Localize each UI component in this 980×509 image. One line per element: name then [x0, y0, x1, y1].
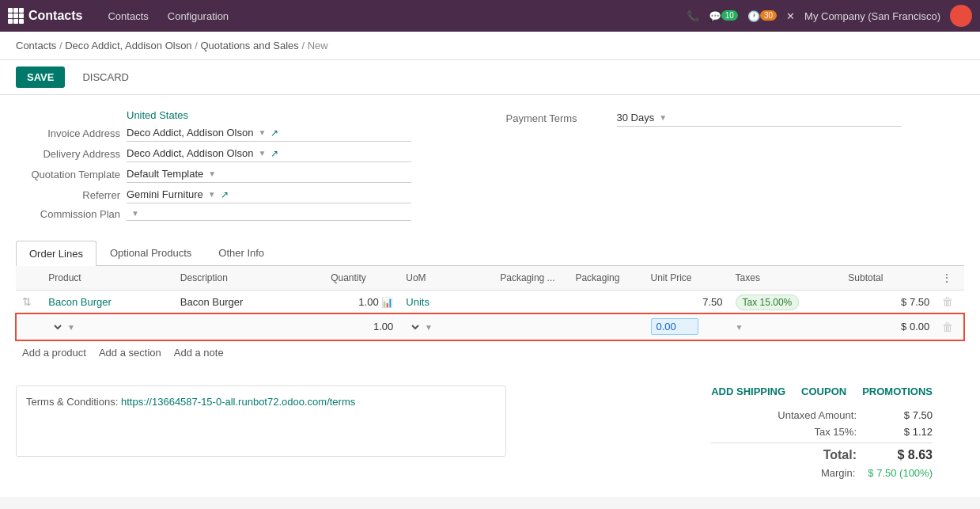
coupon-link[interactable]: COUPON	[801, 386, 846, 397]
row1-product[interactable]: Bacon Burger	[42, 291, 174, 313]
delivery-address-label: Delivery Address	[16, 148, 127, 160]
terms-link[interactable]: https://13664587-15-0-all.runbot72.odoo.…	[121, 396, 355, 408]
tab-optional-products[interactable]: Optional Products	[96, 240, 205, 265]
row2-handle	[16, 313, 42, 340]
delivery-address-external-link[interactable]: ↗	[271, 148, 278, 159]
row1-packaging2[interactable]	[569, 291, 644, 313]
delivery-address-row: Delivery Address Deco Addict, Addison Ol…	[16, 145, 475, 162]
row2-packaging1[interactable]	[494, 313, 569, 340]
promotions-link[interactable]: PROMOTIONS	[862, 386, 933, 397]
col-packaging2-header: Packaging	[569, 266, 644, 291]
col-subtotal-header: Subtotal	[842, 266, 936, 291]
row2-uom[interactable]: ▼	[399, 313, 494, 340]
row2-packaging2[interactable]	[569, 313, 644, 340]
row1-quantity[interactable]: 1.00 📊	[324, 291, 399, 313]
discard-button[interactable]: DISCARD	[71, 66, 140, 88]
user-avatar[interactable]	[950, 5, 972, 27]
referrer-row: Referrer Gemini Furniture ▼ ↗	[16, 186, 475, 203]
tab-order-lines[interactable]: Order Lines	[16, 241, 96, 266]
row1-subtotal: $ 7.50	[842, 291, 936, 313]
delivery-address-field[interactable]: Deco Addict, Addison Olson ▼ ↗	[127, 145, 411, 162]
row2-unit-price-input[interactable]: 0.00	[651, 318, 698, 335]
tabs: Order Lines Optional Products Other Info	[16, 240, 964, 265]
total-value: $ 8.63	[869, 448, 933, 462]
quotation-template-label: Quotation Template	[16, 169, 127, 180]
app-logo[interactable]: Contacts	[8, 8, 82, 24]
invoice-address-external-link[interactable]: ↗	[271, 127, 278, 139]
untaxed-amount-row: Untaxed Amount: $ 7.50	[711, 407, 933, 424]
referrer-dropdown-arrow: ▼	[208, 190, 216, 199]
delivery-address-dropdown-arrow: ▼	[258, 149, 266, 158]
commission-plan-field[interactable]: ▼	[127, 207, 411, 221]
invoice-address-dropdown-arrow: ▼	[258, 128, 266, 137]
quotation-template-field[interactable]: Default Template ▼	[127, 165, 411, 183]
row2-product[interactable]: ▼	[42, 313, 174, 340]
row1-description[interactable]: Bacon Burger	[174, 291, 324, 313]
terms-box[interactable]: Terms & Conditions: https://13664587-15-…	[16, 386, 506, 457]
invoice-address-row: Invoice Address Deco Addict, Addison Ols…	[16, 124, 475, 142]
chat-icon[interactable]: 💬10	[709, 10, 738, 22]
action-bar: SAVE DISCARD	[0, 60, 980, 95]
add-product-link[interactable]: Add a product	[22, 347, 86, 359]
add-note-link[interactable]: Add a note	[174, 347, 224, 359]
row2-quantity[interactable]: 1.00	[324, 313, 399, 340]
add-shipping-link[interactable]: ADD SHIPPING	[711, 386, 785, 397]
top-menu: Contacts Configuration	[101, 7, 235, 25]
untaxed-amount-value: $ 7.50	[869, 409, 933, 421]
row1-delete[interactable]: 🗑	[936, 291, 964, 313]
tabs-container: Order Lines Optional Products Other Info	[16, 240, 964, 266]
referrer-field[interactable]: Gemini Furniture ▼ ↗	[127, 186, 411, 203]
quotation-template-row: Quotation Template Default Template ▼	[16, 165, 475, 183]
row2-unit-price[interactable]: 0.00	[645, 313, 729, 340]
row2-tax[interactable]: ▼	[729, 313, 842, 340]
row1-tax[interactable]: Tax 15.00%	[729, 291, 842, 313]
row2-description[interactable]	[174, 313, 324, 340]
row2-uom-arrow: ▼	[425, 323, 433, 332]
referrer-external-link[interactable]: ↗	[221, 189, 229, 200]
country-row: United States	[16, 109, 475, 121]
table-row: ⇅ Bacon Burger Bacon Burger 1.00 📊 Units…	[16, 291, 964, 313]
col-product-header: Product	[42, 266, 174, 291]
chat-badge: 10	[721, 10, 738, 21]
tab-other-info[interactable]: Other Info	[205, 240, 278, 265]
col-actions-header: ⋮	[936, 266, 964, 291]
row2-delete[interactable]: 🗑	[936, 313, 964, 340]
app-name: Contacts	[28, 9, 82, 23]
breadcrumb-contact[interactable]: Deco Addict, Addison Olson	[65, 40, 191, 51]
referrer-value: Gemini Furniture	[127, 188, 203, 200]
quotation-template-value: Default Template	[127, 168, 203, 180]
payment-terms-field[interactable]: 30 Days ▼	[617, 109, 902, 127]
breadcrumb-contacts[interactable]: Contacts	[16, 40, 56, 51]
breadcrumb: Contacts / Deco Addict, Addison Olson / …	[0, 32, 980, 60]
row2-subtotal: $ 0.00	[842, 313, 936, 340]
tax-value: $ 1.12	[869, 426, 933, 438]
invoice-address-value: Deco Addict, Addison Olson	[127, 127, 253, 139]
row1-unit-price[interactable]: 7.50	[645, 291, 729, 313]
payment-terms-value: 30 Days	[617, 112, 655, 123]
menu-contacts[interactable]: Contacts	[101, 7, 154, 25]
row1-packaging1[interactable]	[494, 291, 569, 313]
summary-actions: ADD SHIPPING COUPON PROMOTIONS	[711, 386, 933, 397]
save-button[interactable]: SAVE	[16, 66, 65, 88]
tax-label: Tax 15%:	[711, 426, 869, 438]
row2-product-select[interactable]	[48, 321, 64, 333]
table-header-row: Product Description Quantity UoM Packagi…	[16, 266, 964, 291]
delivery-address-value: Deco Addict, Addison Olson	[127, 147, 253, 159]
form-right: Payment Terms 30 Days ▼	[506, 109, 965, 224]
add-section-link[interactable]: Add a section	[99, 347, 161, 359]
close-icon[interactable]: ✕	[786, 10, 795, 22]
breadcrumb-quotations[interactable]: Quotations and Sales	[200, 40, 298, 51]
phone-icon[interactable]: 📞	[687, 10, 699, 22]
total-label: Total:	[711, 448, 869, 462]
activity-icon[interactable]: 🕐30	[747, 10, 777, 22]
grid-icon	[8, 8, 24, 24]
row1-uom[interactable]: Units	[399, 291, 494, 313]
menu-configuration[interactable]: Configuration	[161, 7, 235, 25]
add-row-links: Add a product Add a section Add a note	[16, 340, 964, 365]
bottom-section: Terms & Conditions: https://13664587-15-…	[16, 373, 964, 481]
margin-value: $ 7.50 (100%)	[868, 467, 933, 479]
main-content: United States Invoice Address Deco Addic…	[0, 95, 980, 497]
row2-uom-select[interactable]	[406, 321, 422, 333]
invoice-address-field[interactable]: Deco Addict, Addison Olson ▼ ↗	[127, 124, 411, 142]
table-row-new: ▼ 1.00 ▼ 0.00 ▼ $ 0.00	[16, 313, 964, 340]
